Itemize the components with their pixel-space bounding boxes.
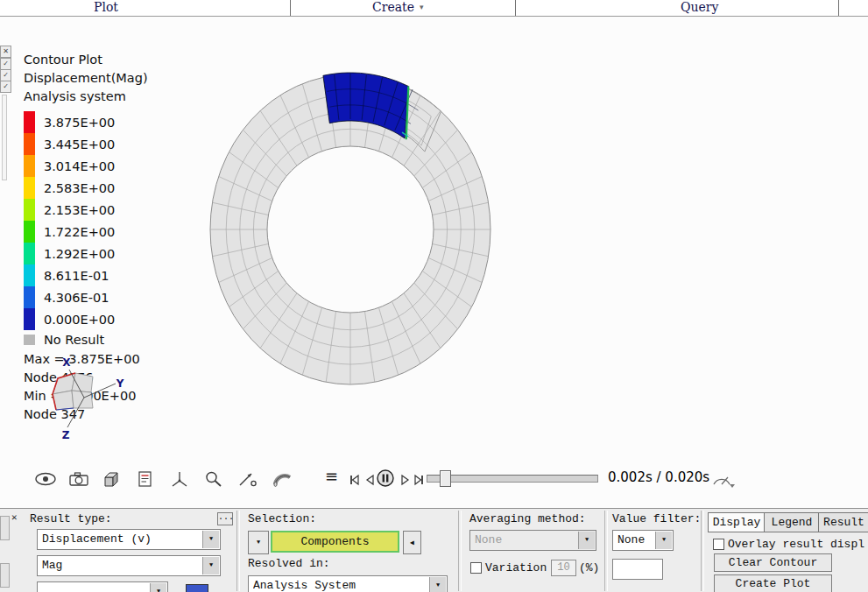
menu-create[interactable]: Create▾ xyxy=(372,0,423,16)
selection-append-button[interactable]: ◀ xyxy=(403,531,421,554)
components-collector-button[interactable]: Components xyxy=(271,531,399,553)
legend-value-label: 4.306E-01 xyxy=(44,291,109,305)
layer-select[interactable]: ▼ xyxy=(37,581,168,592)
legend-entry: 2.153E+00 xyxy=(24,199,115,221)
legend-swatch xyxy=(24,133,35,155)
legend-toggle-button[interactable]: ✓ xyxy=(0,58,11,70)
chevron-down-icon[interactable]: ▼ xyxy=(202,557,219,574)
legend-close-button[interactable]: ✕ xyxy=(0,46,11,58)
legend-entry: 1.722E+00 xyxy=(24,221,115,243)
averaging-method-select[interactable]: None ▼ xyxy=(469,530,596,551)
legend-entry: No Result xyxy=(24,333,115,347)
chevron-down-icon: ▾ xyxy=(420,3,424,11)
legend-entry: 2.583E+00 xyxy=(24,177,115,199)
variation-checkbox[interactable] xyxy=(470,562,482,574)
legend-value-label: 3.014E+00 xyxy=(44,159,115,173)
legend-title: Contour Plot xyxy=(24,51,148,69)
averaging-method-value: None xyxy=(475,533,578,546)
result-type-value: Displacement (v) xyxy=(42,532,202,546)
note-glyph xyxy=(134,469,157,489)
graphics-area[interactable]: X Y Z xyxy=(201,21,868,466)
animation-menu-icon[interactable]: ≡ xyxy=(325,469,338,484)
resolved-in-label: Resolved in: xyxy=(248,557,330,570)
value-filter-select[interactable]: None ▼ xyxy=(612,530,674,551)
panel-close-button[interactable]: ✕ xyxy=(11,511,18,523)
legend-entry: 3.014E+00 xyxy=(24,155,115,177)
section-cut-icon[interactable] xyxy=(268,467,296,490)
measure-icon[interactable] xyxy=(234,467,262,490)
resolved-in-value: Analysis System xyxy=(253,579,429,592)
tab-display[interactable]: Display xyxy=(708,512,766,532)
menu-query[interactable]: Query xyxy=(681,0,718,16)
averaging-method-label: Averaging method: xyxy=(469,512,586,525)
result-component-select[interactable]: Mag ▼ xyxy=(37,555,221,576)
legend-swatch xyxy=(24,286,35,308)
legend-swatch xyxy=(24,111,35,133)
legend-entry: 8.611E-01 xyxy=(24,264,115,286)
variation-unit-label: (%) xyxy=(579,561,599,574)
zoom-icon[interactable] xyxy=(200,467,228,490)
legend-entry: 3.875E+00 xyxy=(24,111,115,133)
legend-value-label: 2.583E+00 xyxy=(44,181,115,195)
tab-result[interactable]: Result xyxy=(818,512,868,532)
timeline-thumb[interactable] xyxy=(440,470,451,487)
pause-glyph xyxy=(376,469,395,488)
legend-entry: 3.445E+00 xyxy=(24,133,115,155)
go-to-start-button[interactable] xyxy=(347,472,363,487)
legend-toggle-button[interactable]: ✓ xyxy=(0,81,11,93)
variation-input[interactable]: 10 xyxy=(551,560,576,576)
clear-contour-button[interactable]: Clear Contour xyxy=(714,553,832,572)
legend-resize-handle[interactable] xyxy=(2,95,7,180)
y-axis-label: Y xyxy=(116,377,124,390)
legend-toggle-button[interactable]: ✓ xyxy=(0,69,11,81)
legend-swatch xyxy=(24,264,35,286)
animation-mode-icon[interactable] xyxy=(709,468,737,491)
selection-type-dropdown[interactable]: ▼ xyxy=(248,531,269,554)
z-axis-label: Z xyxy=(62,429,70,441)
resolved-in-select[interactable]: Analysis System ▼ xyxy=(248,575,448,592)
overlay-result-checkbox[interactable] xyxy=(713,539,724,550)
time-display: 0.002s / 0.020s xyxy=(608,469,709,485)
pause-button[interactable] xyxy=(376,469,395,488)
visibility-icon[interactable] xyxy=(32,467,60,490)
selection-label: Selection: xyxy=(248,512,316,525)
panel-divider xyxy=(458,511,462,591)
menu-plot[interactable]: Plot xyxy=(94,0,118,16)
triad-icon[interactable] xyxy=(166,467,194,490)
legend-result-type: Displacement(Mag) xyxy=(24,69,148,88)
value-filter-value: None xyxy=(617,533,655,546)
chevron-down-icon[interactable]: ▼ xyxy=(202,531,219,548)
timeline-slider[interactable] xyxy=(427,475,598,483)
chevron-down-icon[interactable]: ▼ xyxy=(429,577,446,592)
triad-mesh xyxy=(72,391,93,408)
legend-entry: 4.306E-01 xyxy=(24,286,115,308)
legend-value-label: 1.292E+00 xyxy=(44,247,115,261)
protractor-glyph xyxy=(711,470,736,490)
annotation-icon[interactable] xyxy=(131,467,159,490)
chevron-down-icon[interactable]: ▼ xyxy=(655,532,672,549)
legend-swatch xyxy=(24,177,35,199)
result-type-select[interactable]: Displacement (v) ▼ xyxy=(37,529,221,550)
filter-threshold-input[interactable] xyxy=(612,559,663,580)
go-to-end-button[interactable] xyxy=(411,472,427,487)
torus-model[interactable] xyxy=(201,67,496,392)
shaded-view-icon[interactable] xyxy=(98,467,126,490)
result-type-more-button[interactable]: ... xyxy=(217,512,233,525)
magnifier-glyph xyxy=(202,469,225,489)
probe-glyph xyxy=(236,469,259,489)
camera-view-icon[interactable] xyxy=(65,467,93,490)
legend-header: Contour Plot Displacement(Mag) Analysis … xyxy=(24,51,148,106)
menu-separator xyxy=(515,0,516,16)
tab-legend[interactable]: Legend xyxy=(764,512,820,532)
legend-swatch xyxy=(24,221,35,243)
menu-create-label: Create xyxy=(372,0,414,14)
eye-glyph xyxy=(34,469,57,489)
chevron-down-icon[interactable]: ▼ xyxy=(150,583,166,592)
skip-start-glyph xyxy=(348,473,362,487)
panel-divider xyxy=(701,511,704,591)
legend-value-label: 0.000E+00 xyxy=(44,313,115,327)
entity-color-button[interactable] xyxy=(186,584,208,592)
chevron-down-icon[interactable]: ▼ xyxy=(578,532,595,549)
step-forward-glyph xyxy=(398,473,412,487)
create-plot-style-button[interactable]: Create Plot Style... xyxy=(714,574,832,592)
